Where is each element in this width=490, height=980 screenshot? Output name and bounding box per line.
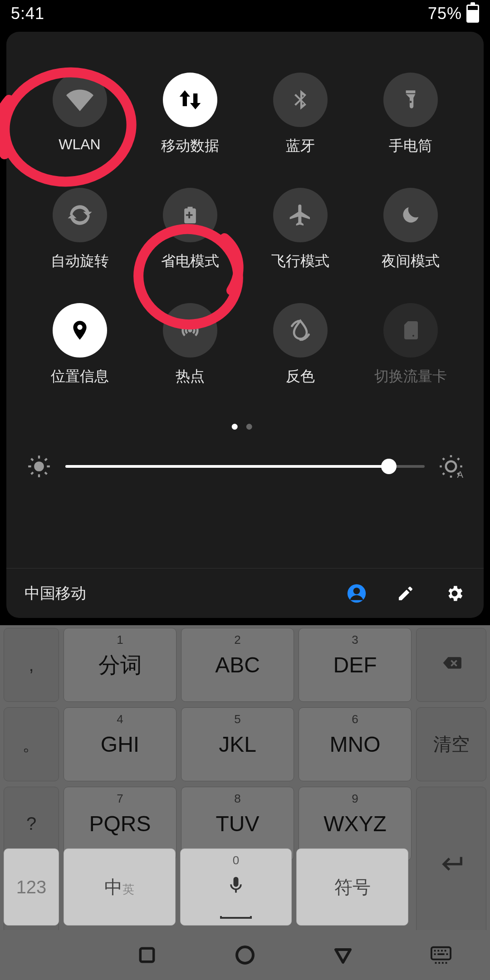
- qs-tile-mobile-data[interactable]: 移动数据: [135, 73, 245, 156]
- status-time: 5:41: [11, 4, 44, 23]
- enter-icon: [437, 848, 466, 882]
- flashlight-icon: [383, 73, 438, 127]
- nav-back[interactable]: [329, 941, 357, 969]
- battery-plus-icon: [163, 188, 217, 242]
- edit-icon[interactable]: [395, 583, 416, 604]
- brightness-slider[interactable]: [65, 457, 425, 475]
- qs-tile-invert[interactable]: 反色: [245, 303, 355, 387]
- svg-rect-32: [446, 953, 448, 955]
- svg-point-0: [34, 461, 44, 471]
- qs-label: 热点: [176, 367, 205, 387]
- qs-label: 夜间模式: [382, 251, 440, 271]
- qs-tile-sim-switch[interactable]: 切换流量卡: [355, 303, 466, 387]
- brightness-slider-row: A: [6, 452, 484, 481]
- svg-point-24: [237, 947, 253, 963]
- qs-tile-wlan[interactable]: WLAN: [24, 73, 135, 156]
- carrier-label: 中国移动: [24, 583, 86, 604]
- svg-point-20: [353, 588, 360, 594]
- qs-label: WLAN: [59, 136, 100, 153]
- svg-text:A: A: [457, 470, 464, 479]
- qs-tile-auto-rotate[interactable]: 自动旋转: [24, 188, 135, 271]
- battery-percent: 75%: [428, 4, 462, 23]
- svg-rect-28: [441, 950, 443, 952]
- data-arrows-icon: [163, 73, 217, 127]
- qs-tile-location[interactable]: 位置信息: [24, 303, 135, 387]
- page-dot-active: ●: [230, 418, 245, 433]
- brightness-low-icon[interactable]: [24, 452, 54, 481]
- svg-rect-29: [445, 950, 446, 952]
- key-clear[interactable]: 清空: [416, 707, 486, 781]
- svg-rect-26: [434, 950, 436, 952]
- key-backspace[interactable]: [416, 628, 486, 702]
- navigation-bar: [0, 930, 490, 980]
- nav-ime-icon[interactable]: [427, 941, 455, 969]
- battery-icon: [466, 5, 479, 23]
- qs-label: 移动数据: [161, 136, 219, 156]
- footer-icons: [346, 583, 466, 604]
- user-icon[interactable]: [346, 583, 368, 604]
- svg-rect-23: [140, 948, 153, 961]
- page-indicator: ●●: [6, 418, 484, 434]
- nav-recent[interactable]: [133, 941, 161, 969]
- svg-line-7: [31, 472, 33, 474]
- key-123[interactable]: 123: [4, 848, 59, 926]
- quick-settings-panel: WLAN 移动数据 蓝牙 手电筒: [6, 32, 484, 618]
- status-right: 75%: [428, 4, 479, 23]
- status-bar: 5:41 75%: [0, 0, 490, 27]
- qs-tile-night-mode[interactable]: 夜间模式: [355, 188, 466, 271]
- slider-thumb[interactable]: [381, 459, 397, 474]
- svg-rect-31: [437, 953, 444, 955]
- key-symbols[interactable]: 符号: [296, 848, 408, 926]
- page-dot-inactive: ●: [245, 418, 260, 433]
- svg-line-5: [31, 459, 33, 461]
- ime-keyboard: , 1分词 2ABC 3DEF 。 4GHI 5JKL 6MNO 清空 ? 7P…: [0, 625, 490, 980]
- invert-icon: [273, 303, 328, 358]
- key-5[interactable]: 5JKL: [181, 707, 294, 781]
- qs-label: 手电筒: [389, 136, 432, 156]
- qs-tile-flashlight[interactable]: 手电筒: [355, 73, 466, 156]
- svg-line-6: [45, 472, 47, 474]
- key-comma[interactable]: ,: [4, 628, 59, 702]
- qs-label: 飞行模式: [271, 251, 329, 271]
- qs-label: 自动旋转: [51, 251, 109, 271]
- nav-home[interactable]: [231, 941, 259, 969]
- slider-fill: [65, 465, 389, 468]
- svg-line-16: [443, 473, 444, 475]
- qs-tile-bluetooth[interactable]: 蓝牙: [245, 73, 355, 156]
- backspace-icon: [438, 653, 465, 677]
- quick-settings-footer: 中国移动: [6, 568, 484, 618]
- bluetooth-icon: [273, 73, 328, 127]
- wifi-icon: [53, 73, 107, 127]
- svg-rect-27: [437, 950, 439, 952]
- key-1[interactable]: 1分词: [64, 628, 176, 702]
- qs-label: 反色: [286, 367, 315, 387]
- key-6[interactable]: 6MNO: [299, 707, 412, 781]
- svg-line-17: [458, 458, 459, 460]
- key-enter[interactable]: [416, 787, 486, 943]
- quick-settings-grid: WLAN 移动数据 蓝牙 手电筒: [6, 73, 484, 387]
- key-period[interactable]: 。: [4, 707, 59, 781]
- svg-line-14: [443, 458, 444, 460]
- hotspot-icon: [163, 303, 217, 358]
- rotate-icon: [53, 188, 107, 242]
- qs-label: 位置信息: [51, 367, 109, 387]
- qs-tile-airplane[interactable]: 飞行模式: [245, 188, 355, 271]
- qs-tile-battery-saver[interactable]: 省电模式: [135, 188, 245, 271]
- key-lang[interactable]: 中英: [64, 848, 176, 926]
- key-4[interactable]: 4GHI: [64, 707, 176, 781]
- qs-label: 省电模式: [161, 251, 219, 271]
- qs-label: 切换流量卡: [374, 367, 447, 387]
- mic-icon: [226, 875, 246, 899]
- key-voice[interactable]: 0: [180, 848, 292, 926]
- key-2[interactable]: 2ABC: [181, 628, 294, 702]
- location-icon: [53, 303, 107, 358]
- settings-icon[interactable]: [444, 583, 466, 604]
- qs-tile-hotspot[interactable]: 热点: [135, 303, 245, 387]
- key-3[interactable]: 3DEF: [299, 628, 412, 702]
- svg-point-9: [446, 461, 456, 472]
- brightness-auto-icon[interactable]: A: [436, 452, 466, 481]
- screen: 5:41 75% WLAN 移动数据: [0, 0, 490, 980]
- sim-icon: [383, 303, 438, 358]
- svg-line-8: [45, 459, 47, 461]
- svg-rect-25: [431, 947, 451, 960]
